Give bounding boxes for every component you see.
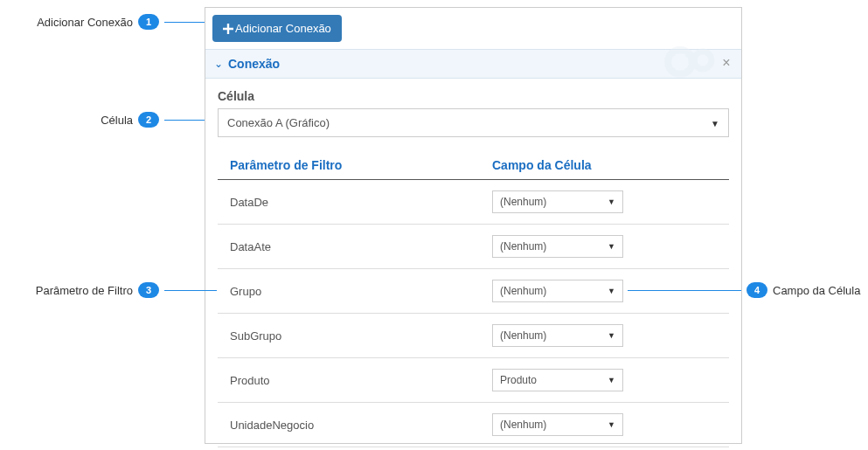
table-row: Grupo (Nenhum) ▼: [218, 269, 729, 314]
plus-icon: [223, 24, 233, 34]
panel: Adicionar Conexão ⌄ Conexão × Célula Con…: [205, 7, 742, 444]
param-name: SubGrupo: [230, 329, 492, 343]
celula-label: Célula: [218, 89, 729, 103]
annotation-label-3: Parâmetro de Filtro: [36, 284, 133, 297]
annotation-badge-2: 2: [138, 112, 159, 128]
caret-icon: ▼: [608, 376, 615, 384]
campo-select-value: (Nenhum): [500, 419, 546, 431]
param-table: Parâmetro de Filtro Campo da Célula Data…: [218, 151, 729, 447]
svg-point-0: [668, 50, 692, 74]
table-row: SubGrupo (Nenhum) ▼: [218, 314, 729, 358]
campo-select-value: (Nenhum): [500, 240, 546, 253]
campo-select[interactable]: (Nenhum) ▼: [492, 324, 623, 347]
annotation-label-1: Adicionar Conexão: [37, 16, 133, 29]
annotation-badge-4: 4: [746, 282, 767, 298]
table-row: DataAte (Nenhum) ▼: [218, 225, 729, 269]
svg-point-1: [694, 52, 712, 69]
caret-icon: ▼: [608, 331, 615, 340]
caret-icon: ▼: [608, 287, 615, 295]
campo-select-value: Produto: [500, 374, 537, 386]
table-row: Produto Produto ▼: [218, 358, 729, 403]
param-name: DataAte: [230, 240, 492, 253]
decorative-swirl: [664, 45, 717, 80]
celula-select[interactable]: Conexão A (Gráfico) ▼: [218, 108, 729, 137]
annotation-badge-3: 3: [138, 282, 159, 298]
campo-select[interactable]: Produto ▼: [492, 369, 623, 391]
param-name: Produto: [230, 374, 492, 387]
section-title: Conexão: [228, 57, 280, 71]
param-name: DataDe: [230, 196, 492, 209]
add-connection-label: Adicionar Conexão: [235, 22, 331, 35]
table-row: DataDe (Nenhum) ▼: [218, 180, 729, 225]
annotation-label-2: Célula: [101, 114, 133, 127]
annotation-badge-1: 1: [138, 14, 159, 30]
chevron-down-icon: ⌄: [214, 58, 223, 70]
caret-icon: ▼: [608, 242, 615, 251]
header-campo: Campo da Célula: [492, 158, 717, 172]
add-connection-button[interactable]: Adicionar Conexão: [212, 15, 342, 42]
param-name: Grupo: [230, 285, 492, 298]
celula-select-value: Conexão A (Gráfico): [227, 116, 330, 129]
campo-select[interactable]: (Nenhum) ▼: [492, 413, 623, 436]
campo-select[interactable]: (Nenhum) ▼: [492, 235, 623, 258]
header-param: Parâmetro de Filtro: [230, 158, 492, 172]
campo-select[interactable]: (Nenhum) ▼: [492, 280, 623, 302]
campo-select-value: (Nenhum): [500, 196, 546, 208]
param-name: UnidadeNegocio: [230, 419, 492, 432]
close-icon[interactable]: ×: [719, 55, 734, 71]
annotation-label-4: Campo da Célula: [773, 284, 860, 297]
caret-icon: ▼: [711, 118, 719, 128]
campo-select[interactable]: (Nenhum) ▼: [492, 190, 623, 213]
section-header[interactable]: ⌄ Conexão ×: [205, 49, 741, 79]
table-row: UnidadeNegocio (Nenhum) ▼: [218, 403, 729, 447]
campo-select-value: (Nenhum): [500, 285, 546, 297]
caret-icon: ▼: [608, 420, 615, 429]
caret-icon: ▼: [608, 197, 615, 206]
campo-select-value: (Nenhum): [500, 329, 546, 342]
table-header: Parâmetro de Filtro Campo da Célula: [218, 151, 729, 180]
